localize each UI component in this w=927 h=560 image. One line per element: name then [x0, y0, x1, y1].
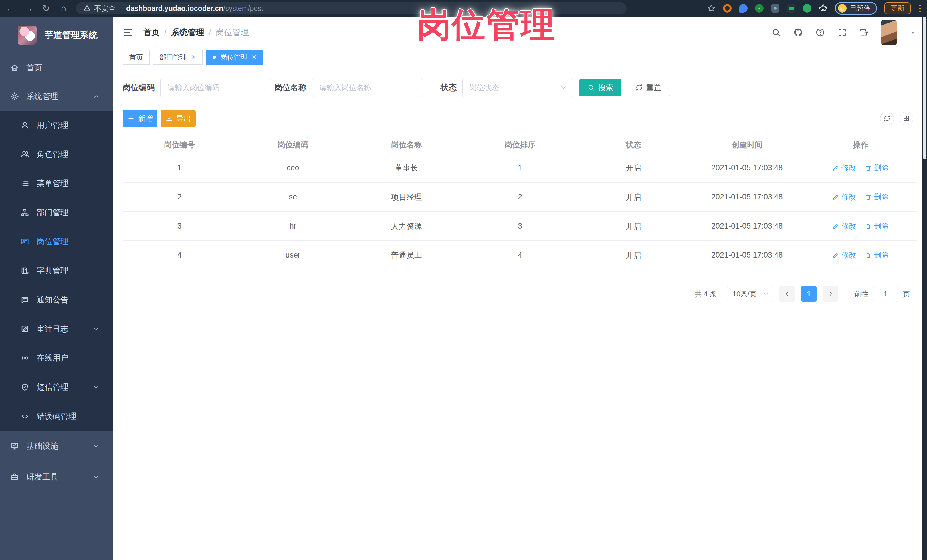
- sidebar-item-label: 审计日志: [36, 323, 68, 334]
- sidebar-item-audit-log[interactable]: 审计日志: [0, 314, 113, 343]
- column-settings-button[interactable]: [900, 112, 913, 125]
- refresh-table-button[interactable]: [880, 112, 894, 125]
- sidebar-item-departments[interactable]: 部门管理: [0, 198, 113, 227]
- browser-forward-button[interactable]: →: [20, 3, 37, 14]
- edit-link[interactable]: 修改: [832, 250, 856, 260]
- search-icon[interactable]: [772, 28, 781, 37]
- table-row[interactable]: 2 se 项目经理 2 开启 2021-01-05 17:03:48 修改 删除: [123, 182, 917, 212]
- cell-post-id: 3: [123, 222, 236, 231]
- hamburger-menu-icon[interactable]: [123, 27, 133, 38]
- table-row[interactable]: 3 hr 人力资源 3 开启 2021-01-05 17:03:48 修改 删除: [123, 212, 917, 241]
- breadcrumb-system[interactable]: 系统管理: [171, 27, 204, 38]
- app-logo[interactable]: 芋道管理系统: [0, 17, 113, 54]
- sidebar-item-online-users[interactable]: 在线用户: [0, 343, 113, 373]
- extension-icon[interactable]: [787, 4, 795, 12]
- page-number-button[interactable]: 1: [801, 286, 817, 302]
- extension-icon[interactable]: [723, 4, 732, 12]
- status-select-placeholder: 岗位状态: [470, 83, 559, 93]
- extensions-puzzle-icon[interactable]: [819, 4, 827, 12]
- caret-down-icon[interactable]: [909, 29, 916, 36]
- extension-icon[interactable]: [739, 4, 748, 12]
- sidebar-item-posts[interactable]: 岗位管理: [0, 227, 113, 256]
- reset-button[interactable]: 重置: [626, 79, 670, 96]
- toolbox-icon: [10, 473, 19, 481]
- post-name-input[interactable]: [312, 78, 423, 97]
- goto-page-input[interactable]: [873, 286, 898, 302]
- add-button[interactable]: 新增: [123, 109, 158, 127]
- edit-link[interactable]: 修改: [832, 221, 856, 231]
- sidebar-submenu-system: 用户管理 角色管理 菜单管理 部门管理 岗位管理 字典管理 通知公告 审计日志: [0, 111, 113, 431]
- delete-link[interactable]: 删除: [865, 163, 889, 173]
- code-icon: [21, 412, 29, 420]
- tab-departments[interactable]: 部门管理 ✕: [153, 50, 202, 65]
- cell-post-code: hr: [236, 222, 350, 231]
- sidebar-item-system[interactable]: 系统管理: [0, 82, 113, 111]
- sidebar-item-label: 岗位管理: [36, 236, 68, 247]
- tab-close-icon[interactable]: ✕: [251, 54, 257, 61]
- delete-link[interactable]: 删除: [865, 192, 889, 202]
- table-row[interactable]: 1 ceo 董事长 1 开启 2021-01-05 17:03:48 修改 删除: [123, 153, 917, 182]
- sidebar-item-users[interactable]: 用户管理: [0, 111, 113, 140]
- cell-status: 开启: [577, 192, 690, 202]
- sidebar-item-error-codes[interactable]: 错误码管理: [0, 402, 113, 431]
- cell-status: 开启: [577, 221, 690, 231]
- sidebar-item-infrastructure[interactable]: 基础设施: [0, 431, 113, 461]
- cell-post-sort: 2: [464, 193, 577, 202]
- sidebar-item-dict[interactable]: 字典管理: [0, 256, 113, 285]
- cell-post-id: 1: [123, 164, 236, 172]
- url-path: /system/post: [223, 4, 263, 12]
- sidebar-item-roles[interactable]: 角色管理: [0, 140, 113, 169]
- scrollbar-thumb[interactable]: [923, 17, 926, 159]
- browser-update-button[interactable]: 更新: [884, 2, 911, 14]
- extension-check-icon[interactable]: ✓: [755, 4, 763, 12]
- bookmark-star-icon[interactable]: [707, 4, 716, 12]
- github-icon[interactable]: [793, 28, 803, 37]
- chevron-down-icon: [559, 84, 567, 91]
- tab-home[interactable]: 首页: [123, 50, 149, 65]
- extension-icon[interactable]: [803, 4, 812, 12]
- pagination-total: 共 4 条: [694, 289, 717, 299]
- cell-created-time: 2021-01-05 17:03:48: [690, 222, 804, 231]
- tab-close-icon[interactable]: ✕: [191, 54, 196, 61]
- dictionary-book-icon: [21, 266, 29, 275]
- browser-menu-icon[interactable]: [918, 5, 922, 12]
- tab-posts[interactable]: 岗位管理 ✕: [206, 50, 263, 65]
- cell-status: 开启: [577, 250, 690, 261]
- delete-link[interactable]: 删除: [865, 221, 889, 231]
- search-button[interactable]: 搜索: [579, 79, 622, 96]
- browser-back-button[interactable]: ←: [2, 3, 20, 14]
- next-page-button[interactable]: [823, 286, 838, 302]
- fullscreen-icon[interactable]: [837, 28, 847, 37]
- sidebar-item-home[interactable]: 首页: [0, 54, 113, 82]
- prev-page-button[interactable]: [780, 286, 795, 302]
- table-row[interactable]: 4 user 普通员工 4 开启 2021-01-05 17:03:48 修改 …: [123, 241, 917, 270]
- sidebar: 芋道管理系统 首页 系统管理 用户管理 角色管理 菜单管理 部门管理 岗位管理: [0, 17, 113, 560]
- browser-home-button[interactable]: ⌂: [55, 3, 73, 14]
- table-header-row: 岗位编号 岗位编码 岗位名称 岗位排序 状态 创建时间 操作: [123, 137, 917, 153]
- window-scrollbar[interactable]: [922, 17, 927, 560]
- extension-icon[interactable]: [771, 4, 780, 12]
- edit-link[interactable]: 修改: [832, 163, 856, 173]
- browser-profile-chip[interactable]: ☺ 已暂停: [835, 2, 877, 15]
- monitor-icon: [10, 442, 19, 451]
- column-header: 岗位编号: [123, 140, 236, 150]
- refresh-icon: [635, 84, 643, 91]
- delete-link[interactable]: 删除: [865, 250, 889, 260]
- trash-icon: [865, 165, 872, 171]
- font-size-icon[interactable]: [859, 28, 869, 37]
- user-icon: [21, 121, 29, 129]
- sidebar-item-notice[interactable]: 通知公告: [0, 285, 113, 314]
- user-avatar[interactable]: [881, 20, 897, 46]
- sidebar-item-dev-tools[interactable]: 研发工具: [0, 461, 113, 492]
- export-button[interactable]: 导出: [161, 109, 196, 127]
- breadcrumb-home[interactable]: 首页: [143, 27, 160, 38]
- sidebar-item-menus[interactable]: 菜单管理: [0, 169, 113, 198]
- post-code-input[interactable]: [160, 78, 271, 97]
- sidebar-item-sms[interactable]: 短信管理: [0, 373, 113, 402]
- sidebar-item-label: 通知公告: [36, 294, 68, 305]
- edit-link[interactable]: 修改: [832, 192, 856, 202]
- browser-reload-button[interactable]: ↻: [37, 3, 55, 14]
- page-size-select[interactable]: 10条/页: [727, 286, 773, 302]
- help-icon[interactable]: [815, 28, 825, 37]
- status-select[interactable]: 岗位状态: [462, 78, 573, 97]
